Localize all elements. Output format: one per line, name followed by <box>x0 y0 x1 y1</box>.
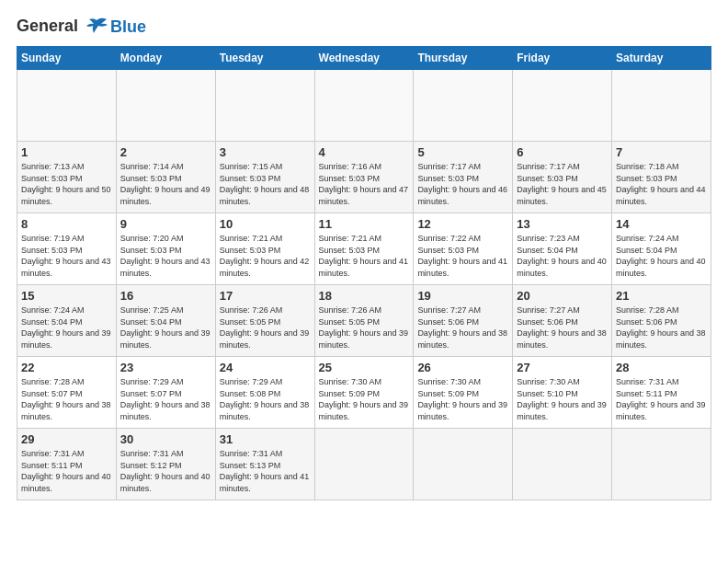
day-detail: Sunrise: 7:15 AMSunset: 5:03 PMDaylight:… <box>220 162 310 206</box>
calendar-cell: 9 Sunrise: 7:20 AMSunset: 5:03 PMDayligh… <box>116 213 215 285</box>
day-number: 9 <box>120 217 211 231</box>
calendar-cell <box>314 429 414 500</box>
day-number: 2 <box>120 145 211 159</box>
day-number: 24 <box>220 361 311 374</box>
calendar-cell: 18 Sunrise: 7:26 AMSunset: 5:05 PMDaylig… <box>314 285 414 357</box>
day-number: 14 <box>616 217 707 231</box>
calendar-cell: 28 Sunrise: 7:31 AMSunset: 5:11 PMDaylig… <box>612 357 711 429</box>
logo-bird-icon <box>85 17 108 37</box>
day-number: 17 <box>220 289 311 303</box>
calendar-cell: 22 Sunrise: 7:28 AMSunset: 5:07 PMDaylig… <box>17 357 117 429</box>
calendar-week-row: 29 Sunrise: 7:31 AMSunset: 5:11 PMDaylig… <box>17 429 711 500</box>
day-detail: Sunrise: 7:31 AMSunset: 5:11 PMDaylight:… <box>616 377 706 421</box>
calendar-cell <box>414 429 513 500</box>
day-number: 31 <box>220 432 311 446</box>
day-number: 13 <box>517 217 608 231</box>
calendar-cell: 2 Sunrise: 7:14 AMSunset: 5:03 PMDayligh… <box>116 142 215 213</box>
weekday-header-monday: Monday <box>116 47 215 70</box>
day-number: 30 <box>120 432 211 446</box>
header: General Blue <box>17 17 711 37</box>
calendar-cell <box>17 70 117 142</box>
calendar-week-row: 1 Sunrise: 7:13 AMSunset: 5:03 PMDayligh… <box>17 142 711 213</box>
calendar-cell <box>612 429 711 500</box>
calendar-cell: 12 Sunrise: 7:22 AMSunset: 5:03 PMDaylig… <box>414 213 513 285</box>
calendar-cell: 19 Sunrise: 7:27 AMSunset: 5:06 PMDaylig… <box>414 285 513 357</box>
day-detail: Sunrise: 7:22 AMSunset: 5:03 PMDaylight:… <box>417 234 507 278</box>
logo: General Blue <box>17 17 146 37</box>
weekday-header-friday: Friday <box>513 47 612 70</box>
calendar-cell: 17 Sunrise: 7:26 AMSunset: 5:05 PMDaylig… <box>215 285 314 357</box>
calendar-cell: 24 Sunrise: 7:29 AMSunset: 5:08 PMDaylig… <box>215 357 314 429</box>
day-number: 20 <box>517 289 608 303</box>
day-detail: Sunrise: 7:26 AMSunset: 5:05 PMDaylight:… <box>220 305 310 350</box>
day-detail: Sunrise: 7:30 AMSunset: 5:10 PMDaylight:… <box>517 377 607 421</box>
day-detail: Sunrise: 7:28 AMSunset: 5:06 PMDaylight:… <box>616 305 706 350</box>
day-number: 26 <box>417 361 508 374</box>
calendar-cell <box>314 70 414 142</box>
calendar-cell: 26 Sunrise: 7:30 AMSunset: 5:09 PMDaylig… <box>414 357 513 429</box>
page: General Blue SundayMondayTuesdayWednesda… <box>0 0 728 563</box>
calendar-cell: 27 Sunrise: 7:30 AMSunset: 5:10 PMDaylig… <box>513 357 612 429</box>
logo-blue: Blue <box>110 17 146 37</box>
calendar-cell: 1 Sunrise: 7:13 AMSunset: 5:03 PMDayligh… <box>17 142 117 213</box>
day-number: 7 <box>616 145 707 159</box>
calendar-cell: 7 Sunrise: 7:18 AMSunset: 5:03 PMDayligh… <box>612 142 711 213</box>
calendar-cell: 31 Sunrise: 7:31 AMSunset: 5:13 PMDaylig… <box>215 429 314 500</box>
day-number: 16 <box>120 289 211 303</box>
day-detail: Sunrise: 7:27 AMSunset: 5:06 PMDaylight:… <box>517 305 607 350</box>
weekday-header-sunday: Sunday <box>17 47 117 70</box>
day-number: 15 <box>21 289 112 303</box>
day-number: 27 <box>517 361 608 374</box>
day-detail: Sunrise: 7:29 AMSunset: 5:07 PMDaylight:… <box>120 377 210 421</box>
day-detail: Sunrise: 7:24 AMSunset: 5:04 PMDaylight:… <box>21 305 111 350</box>
day-number: 6 <box>517 145 608 159</box>
calendar-cell: 25 Sunrise: 7:30 AMSunset: 5:09 PMDaylig… <box>314 357 414 429</box>
day-number: 8 <box>21 217 112 231</box>
day-detail: Sunrise: 7:21 AMSunset: 5:03 PMDaylight:… <box>220 234 310 278</box>
day-number: 18 <box>319 289 410 303</box>
day-number: 10 <box>220 217 311 231</box>
day-detail: Sunrise: 7:16 AMSunset: 5:03 PMDaylight:… <box>319 162 409 206</box>
calendar-cell: 16 Sunrise: 7:25 AMSunset: 5:04 PMDaylig… <box>116 285 215 357</box>
day-detail: Sunrise: 7:25 AMSunset: 5:04 PMDaylight:… <box>120 305 210 350</box>
day-number: 21 <box>616 289 707 303</box>
day-number: 29 <box>21 432 112 446</box>
day-number: 5 <box>417 145 508 159</box>
weekday-header-saturday: Saturday <box>612 47 711 70</box>
calendar-cell <box>513 70 612 142</box>
day-detail: Sunrise: 7:27 AMSunset: 5:06 PMDaylight:… <box>417 305 507 350</box>
logo-general: General <box>17 17 78 35</box>
calendar-cell: 14 Sunrise: 7:24 AMSunset: 5:04 PMDaylig… <box>612 213 711 285</box>
calendar-cell: 13 Sunrise: 7:23 AMSunset: 5:04 PMDaylig… <box>513 213 612 285</box>
day-detail: Sunrise: 7:20 AMSunset: 5:03 PMDaylight:… <box>120 234 210 278</box>
day-detail: Sunrise: 7:17 AMSunset: 5:03 PMDaylight:… <box>517 162 607 206</box>
day-number: 4 <box>319 145 410 159</box>
weekday-header-thursday: Thursday <box>414 47 513 70</box>
day-number: 23 <box>120 361 211 374</box>
day-detail: Sunrise: 7:31 AMSunset: 5:12 PMDaylight:… <box>120 449 210 493</box>
calendar-cell: 10 Sunrise: 7:21 AMSunset: 5:03 PMDaylig… <box>215 213 314 285</box>
weekday-header-wednesday: Wednesday <box>314 47 414 70</box>
calendar-cell <box>116 70 215 142</box>
day-detail: Sunrise: 7:19 AMSunset: 5:03 PMDaylight:… <box>21 234 111 278</box>
calendar-table: SundayMondayTuesdayWednesdayThursdayFrid… <box>17 46 711 500</box>
day-detail: Sunrise: 7:18 AMSunset: 5:03 PMDaylight:… <box>616 162 706 206</box>
calendar-cell <box>414 70 513 142</box>
day-detail: Sunrise: 7:31 AMSunset: 5:13 PMDaylight:… <box>220 449 310 493</box>
calendar-cell: 3 Sunrise: 7:15 AMSunset: 5:03 PMDayligh… <box>215 142 314 213</box>
day-detail: Sunrise: 7:23 AMSunset: 5:04 PMDaylight:… <box>517 234 607 278</box>
calendar-cell <box>215 70 314 142</box>
calendar-cell <box>612 70 711 142</box>
calendar-cell: 29 Sunrise: 7:31 AMSunset: 5:11 PMDaylig… <box>17 429 117 500</box>
calendar-cell: 4 Sunrise: 7:16 AMSunset: 5:03 PMDayligh… <box>314 142 414 213</box>
day-detail: Sunrise: 7:31 AMSunset: 5:11 PMDaylight:… <box>21 449 111 493</box>
calendar-cell: 6 Sunrise: 7:17 AMSunset: 5:03 PMDayligh… <box>513 142 612 213</box>
day-number: 22 <box>21 361 112 374</box>
calendar-cell: 8 Sunrise: 7:19 AMSunset: 5:03 PMDayligh… <box>17 213 117 285</box>
day-detail: Sunrise: 7:24 AMSunset: 5:04 PMDaylight:… <box>616 234 706 278</box>
day-detail: Sunrise: 7:26 AMSunset: 5:05 PMDaylight:… <box>319 305 409 350</box>
calendar-week-row: 22 Sunrise: 7:28 AMSunset: 5:07 PMDaylig… <box>17 357 711 429</box>
day-detail: Sunrise: 7:29 AMSunset: 5:08 PMDaylight:… <box>220 377 310 421</box>
day-detail: Sunrise: 7:21 AMSunset: 5:03 PMDaylight:… <box>319 234 409 278</box>
day-detail: Sunrise: 7:14 AMSunset: 5:03 PMDaylight:… <box>120 162 210 206</box>
